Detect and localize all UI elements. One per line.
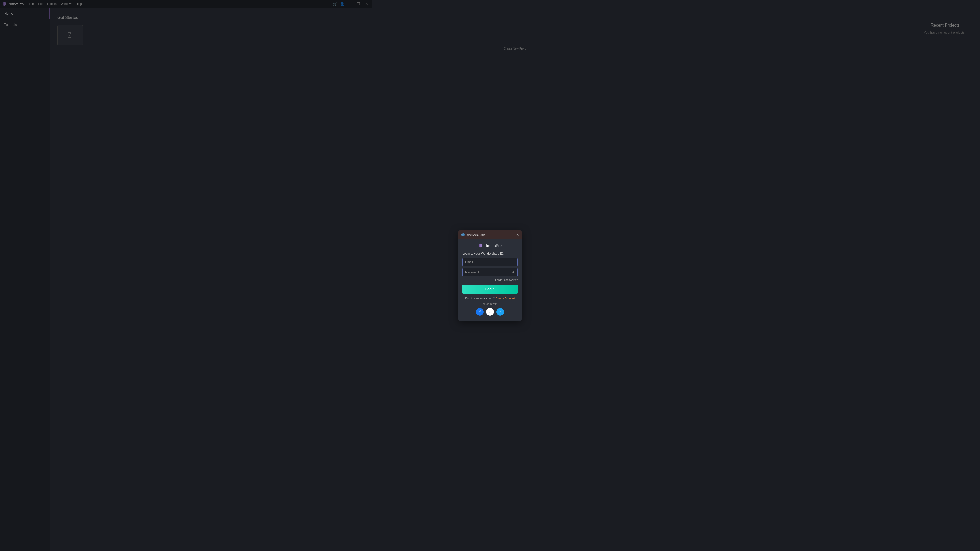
modal-overlay: wondershare ✕ filmoraPro Login to your W…	[0, 0, 372, 209]
